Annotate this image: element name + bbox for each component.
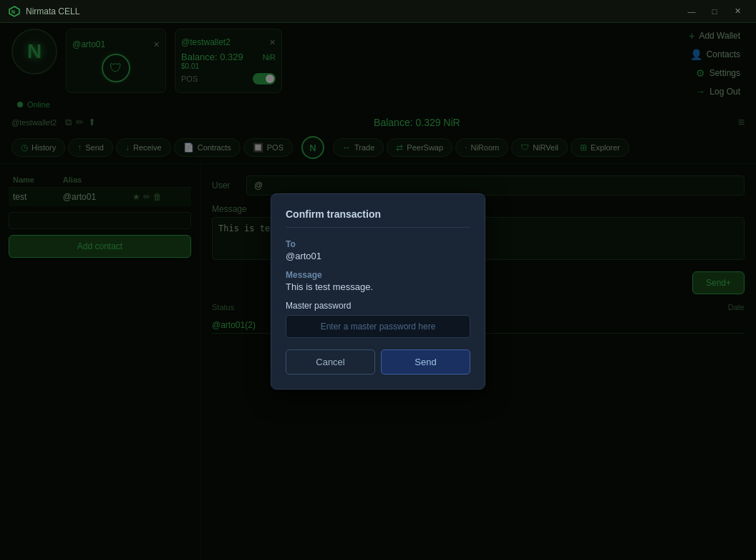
- modal-overlay: Confirm transaction To @arto01 Message T…: [0, 23, 756, 560]
- modal-to-label: To: [286, 239, 470, 249]
- modal-buttons: Cancel Send: [286, 349, 470, 375]
- minimize-button[interactable]: —: [682, 4, 702, 19]
- window-controls: — □ ✕: [682, 4, 747, 19]
- close-button[interactable]: ✕: [727, 4, 747, 19]
- modal-to-value: @arto01: [286, 251, 470, 261]
- titlebar: N Nirmata CELL — □ ✕: [0, 0, 756, 23]
- modal-message-value: This is test message.: [286, 281, 470, 292]
- svg-text:N: N: [11, 9, 15, 14]
- modal-message-label: Message: [286, 270, 470, 280]
- cancel-button[interactable]: Cancel: [286, 349, 375, 375]
- app-title: Nirmata CELL: [26, 6, 79, 16]
- send-button[interactable]: Send: [381, 349, 470, 375]
- confirm-transaction-modal: Confirm transaction To @arto01 Message T…: [271, 193, 485, 390]
- maximize-button[interactable]: □: [704, 4, 724, 19]
- app-logo-icon: N: [9, 6, 20, 17]
- modal-password-label: Master password: [286, 301, 470, 311]
- titlebar-left: N Nirmata CELL: [9, 6, 79, 17]
- master-password-input[interactable]: [286, 315, 470, 338]
- modal-title: Confirm transaction: [286, 208, 470, 228]
